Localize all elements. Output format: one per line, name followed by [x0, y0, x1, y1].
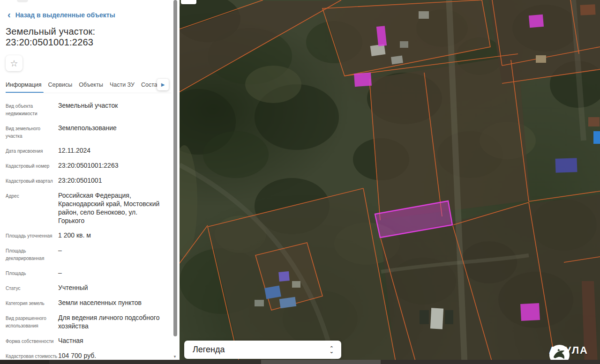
chevron-left-icon: ‹ — [8, 11, 11, 18]
legend-label: Легенда — [193, 345, 225, 355]
field-value: – — [58, 268, 170, 277]
field-row: Вид разрешенного использованияДля ведени… — [6, 313, 170, 330]
info-panel: ‹ Назад в выделенные объекты Земельный у… — [0, 0, 180, 364]
scrollbar-segment — [0, 360, 49, 364]
building-highlight[interactable] — [529, 15, 544, 28]
field-row: Вид земельного участкаЗемлепользование — [6, 124, 170, 140]
field-value: Частная — [58, 336, 170, 345]
field-row: Площадь уточненная1 200 кв. м — [6, 231, 170, 240]
field-label: Площадь — [6, 268, 58, 277]
field-value: – — [58, 246, 170, 262]
field-label: Кадастровый квартал — [6, 176, 58, 185]
building-highlight[interactable] — [520, 303, 540, 321]
tab-2[interactable]: Объекты — [79, 82, 103, 89]
field-label: Площадь уточненная — [6, 231, 58, 240]
tab-3[interactable]: Части ЗУ — [110, 82, 135, 89]
chevron-right-icon: ▶ — [161, 82, 165, 87]
star-icon: ☆ — [10, 59, 18, 68]
panel-scrollbar[interactable]: ▼ — [171, 0, 180, 364]
tab-0[interactable]: Информация — [6, 82, 42, 89]
favorite-button[interactable]: ☆ — [6, 55, 22, 71]
field-row: Кадастровая стоимость104 700 руб. — [6, 351, 170, 360]
field-row: Дата присвоения12.11.2024 — [6, 146, 170, 155]
field-label: Кадастровый номер — [6, 161, 58, 170]
field-row: СтатусУчтенный — [6, 283, 170, 292]
building-highlight[interactable] — [354, 73, 372, 87]
chevron-down-icon[interactable]: ▼ — [173, 355, 177, 359]
back-link-label: Назад в выделенные объекты — [15, 11, 115, 19]
legend-bar[interactable]: Легенда ⌃ ⌄ — [184, 341, 341, 359]
field-row: Площадь– — [6, 268, 170, 277]
field-value: Земли населенных пунктов — [58, 298, 170, 307]
field-label: Адрес — [6, 191, 58, 225]
field-value: Российская Федерация, Краснодарский край… — [58, 191, 170, 225]
horizontal-scrollbar[interactable] — [0, 360, 600, 364]
field-value: 23:20:0501001:2263 — [58, 161, 170, 170]
scrollbar-thumb[interactable] — [173, 0, 177, 336]
field-value: 1 200 кв. м — [58, 231, 170, 240]
field-value: 23:20:0501001 — [58, 176, 170, 185]
satellite-map[interactable]: Легенда ⌃ ⌄ АКУЛА — [180, 0, 600, 364]
field-label: Форма собственности — [6, 336, 58, 345]
field-row: Кадастровый номер23:20:0501001:2263 — [6, 161, 170, 170]
field-row: Вид объекта недвижимостиЗемельный участо… — [6, 101, 170, 118]
blue-roof-building — [593, 131, 600, 144]
field-value: 12.11.2024 — [58, 146, 170, 155]
page-title: Земельный участок: 23:20:0501001:2263 — [6, 26, 170, 48]
field-value: Землепользование — [58, 124, 170, 140]
field-label: Вид объекта недвижимости — [6, 101, 58, 118]
violet-roof-building — [555, 158, 577, 173]
scrollbar-thumb[interactable] — [261, 360, 381, 364]
field-label: Вид разрешенного использования — [6, 313, 58, 330]
tab-4[interactable]: Соста — [141, 82, 158, 89]
brand-logo: АКУЛА — [549, 344, 588, 357]
map-control-button-partial[interactable] — [181, 0, 196, 4]
chevron-down-icon: ⌄ — [330, 350, 334, 353]
tabs-scroll-button[interactable]: ▶ — [157, 79, 169, 90]
field-row: АдресРоссийская Федерация, Краснодарский… — [6, 191, 170, 225]
app-logo-fragment — [17, 0, 28, 2]
field-value: Учтенный — [58, 283, 170, 292]
field-label: Кадастровая стоимость — [6, 351, 58, 360]
field-label: Дата присвоения — [6, 146, 58, 155]
field-row: Площадь декларированная– — [6, 246, 170, 262]
field-label: Статус — [6, 283, 58, 292]
field-value: Для ведения личного подсобного хозяйства — [58, 313, 170, 330]
tab-bar: ИнформацияСервисыОбъектыЧасти ЗУСостаИ ▶ — [6, 78, 175, 93]
field-row: Кадастровый квартал23:20:0501001 — [6, 176, 170, 185]
field-label: Вид земельного участка — [6, 124, 58, 140]
chevron-updown-icon[interactable]: ⌃ ⌄ — [330, 347, 334, 353]
field-row: Форма собственностиЧастная — [6, 336, 170, 345]
field-label: Категория земель — [6, 298, 58, 307]
field-value: Земельный участок — [58, 101, 170, 118]
map-overlay — [180, 0, 600, 364]
back-link[interactable]: ‹ Назад в выделенные объекты — [8, 11, 170, 19]
fields-list: Вид объекта недвижимостиЗемельный участо… — [6, 101, 170, 364]
field-row: Категория земельЗемли населенных пунктов — [6, 298, 170, 307]
field-value: 104 700 руб. — [58, 351, 170, 360]
field-label: Площадь декларированная — [6, 246, 58, 262]
tab-1[interactable]: Сервисы — [48, 82, 73, 89]
